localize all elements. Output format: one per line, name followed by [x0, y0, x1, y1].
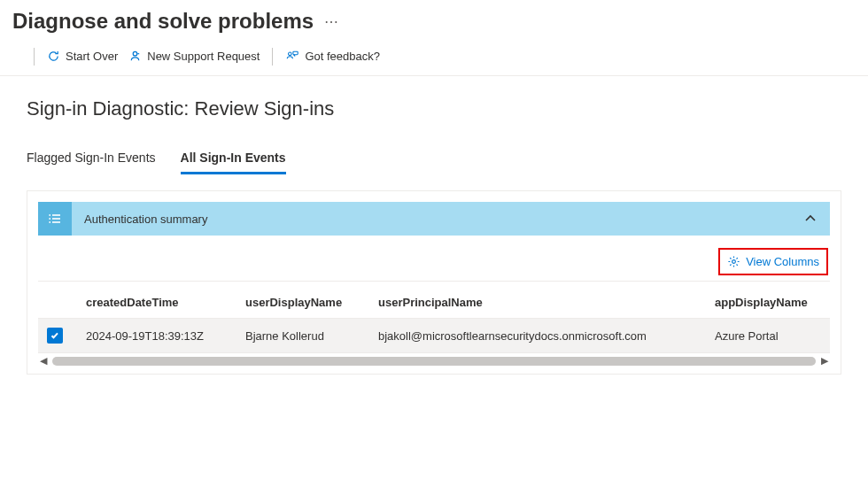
svg-point-6: [49, 214, 50, 216]
svg-point-8: [49, 221, 50, 223]
toolbar: Start Over New Support Request Got feedb…: [0, 39, 868, 76]
tab-flagged-label: Flagged Sign-In Events: [27, 151, 156, 165]
start-over-button[interactable]: Start Over: [42, 46, 123, 66]
tab-all-signin-events[interactable]: All Sign-In Events: [181, 145, 286, 174]
scroll-right-icon[interactable]: ▶: [819, 355, 830, 367]
col-appDisplayName[interactable]: appDisplayName: [715, 296, 856, 309]
authentication-summary-label: Authentication summary: [72, 212, 791, 226]
feedback-icon: [285, 50, 299, 63]
svg-point-1: [289, 52, 292, 56]
new-support-request-label: New Support Request: [147, 50, 260, 63]
authentication-summary-header[interactable]: Authentication summary: [38, 202, 830, 236]
more-icon[interactable]: ⋯: [324, 13, 338, 30]
view-columns-button[interactable]: View Columns: [718, 248, 828, 275]
cell-userPrincipalName: bjakoll@microsoftlearnsecuritydocs.onmic…: [378, 329, 715, 343]
got-feedback-label: Got feedback?: [305, 50, 380, 63]
section-title: Sign-in Diagnostic: Review Sign-ins: [27, 97, 841, 120]
list-icon: [38, 202, 72, 236]
support-icon: [128, 50, 142, 63]
scroll-thumb[interactable]: [52, 357, 816, 366]
table-header-row: createdDateTime userDisplayName userPrin…: [38, 287, 830, 318]
page-title: Diagnose and solve problems: [12, 9, 314, 34]
svg-point-9: [732, 260, 736, 264]
cell-appDisplayName: Azure Portal: [715, 329, 856, 343]
results-card: Authentication summary View Columns crea…: [27, 190, 841, 375]
row-checkbox[interactable]: [47, 328, 63, 344]
col-userDisplayName[interactable]: userDisplayName: [245, 296, 378, 309]
horizontal-scrollbar[interactable]: ◀ ▶: [38, 355, 830, 367]
scroll-left-icon[interactable]: ◀: [38, 355, 49, 367]
separator: [34, 48, 35, 66]
svg-point-0: [134, 51, 138, 56]
col-userPrincipalName[interactable]: userPrincipalName: [378, 296, 715, 309]
start-over-label: Start Over: [66, 50, 118, 63]
signin-table: createdDateTime userDisplayName userPrin…: [38, 287, 830, 353]
gear-icon: [727, 255, 740, 268]
chevron-up-icon: [791, 212, 830, 226]
table-row[interactable]: 2024-09-19T18:39:13Z Bjarne Kollerud bja…: [38, 318, 830, 353]
tabs: Flagged Sign-In Events All Sign-In Event…: [27, 145, 841, 174]
svg-rect-2: [293, 51, 298, 55]
cell-userDisplayName: Bjarne Kollerud: [245, 329, 378, 343]
tab-flagged-signin-events[interactable]: Flagged Sign-In Events: [27, 145, 156, 174]
new-support-request-button[interactable]: New Support Request: [123, 46, 265, 66]
col-createdDateTime[interactable]: createdDateTime: [86, 296, 245, 309]
separator: [272, 48, 273, 66]
cell-createdDateTime: 2024-09-19T18:39:13Z: [86, 329, 245, 343]
tab-all-label: All Sign-In Events: [181, 151, 286, 165]
view-columns-label: View Columns: [746, 255, 819, 268]
svg-point-7: [49, 218, 50, 220]
refresh-icon: [47, 50, 60, 63]
got-feedback-button[interactable]: Got feedback?: [280, 46, 385, 66]
